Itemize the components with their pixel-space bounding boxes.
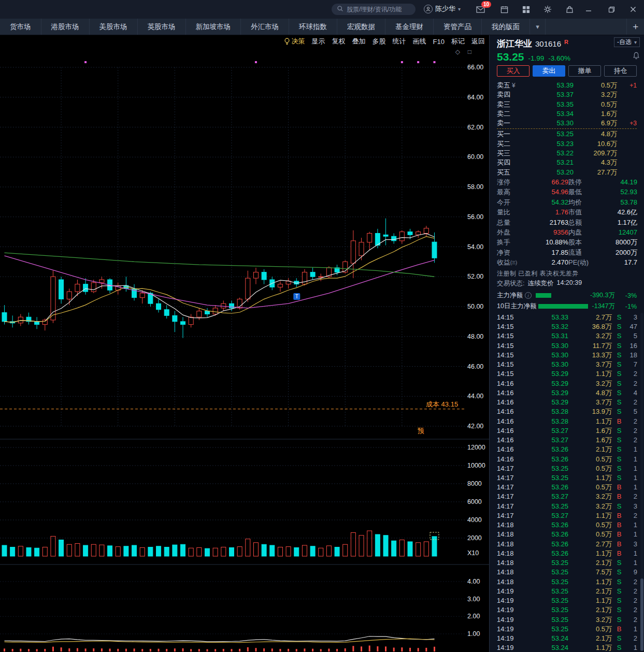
orderbook-buy-row[interactable]: 买三53.22209.7万 [497, 149, 637, 158]
svg-text:4000: 4000 [467, 516, 482, 524]
price-change: -1.99 [528, 54, 545, 62]
draw-diamond-icon[interactable]: ◇ [455, 48, 460, 55]
tool-叠加[interactable]: 叠加 [352, 37, 366, 46]
svg-text:10000: 10000 [467, 462, 485, 469]
tick-row: 14:1953.251.1万S2 [497, 596, 637, 605]
tick-row: 14:1953.250.5万B1 [497, 625, 637, 634]
tick-row: 14:1653.2813.9万S5 [497, 407, 637, 416]
svg-text:60.00: 60.00 [467, 153, 483, 161]
stock-name: 浙江华业 [497, 38, 532, 50]
tab-overflow-caret[interactable]: ▾ [530, 19, 546, 35]
tool-F10[interactable]: F10 [433, 38, 445, 46]
settings-gear-icon[interactable] [542, 4, 553, 15]
tool-复权[interactable]: 复权 [332, 37, 346, 46]
tab-美股市场[interactable]: 美股市场 [90, 19, 138, 35]
scrollbar[interactable] [640, 313, 643, 651]
order-book: 卖五¥53.390.5万+1卖四53.373.2万卖三53.350.5万卖二53… [497, 81, 637, 177]
buy-button[interactable]: 买入 [497, 65, 529, 77]
minimize-button[interactable] [581, 3, 596, 16]
calendar-icon[interactable] [498, 4, 510, 15]
tick-row: 14:1953.252.1万S2 [497, 587, 637, 596]
orderbook-buy-row[interactable]: 买四53.214.3万 [497, 158, 637, 167]
stat-row: 今开54.32均价53.78 [497, 197, 637, 207]
tick-row: 14:1953.252.1万S2 [497, 605, 637, 615]
tick-row: 14:1853.257.5万S9 [497, 568, 637, 577]
store-icon[interactable] [564, 4, 575, 15]
stat-row: 换手10.88%股本8000万 [497, 237, 637, 247]
tab-环球指数[interactable]: 环球指数 [289, 19, 337, 35]
stock-code: 301616 [535, 39, 561, 48]
tab-基金理财[interactable]: 基金理财 [385, 19, 434, 35]
tab-我的版面[interactable]: 我的版面 [482, 19, 530, 35]
orderbook-sell-row[interactable]: 卖二53.341.6万 [497, 109, 637, 119]
status-value: 连续竞价 [527, 279, 553, 288]
orderbook-sell-row[interactable]: 卖四53.373.2万 [497, 90, 637, 99]
kline-chart-canvas[interactable]: 66.0064.0062.0060.0058.0056.0054.0052.00… [0, 48, 489, 652]
tool-统计[interactable]: 统计 [393, 37, 406, 46]
orderbook-buy-row[interactable]: 买二53.2310.6万 [497, 139, 637, 149]
tab-英股市场[interactable]: 英股市场 [138, 19, 186, 35]
panel-toggle-icon[interactable]: □ [468, 48, 471, 55]
tick-row: 14:1653.293.2万S2 [497, 379, 637, 388]
position-button[interactable]: 持仓 [604, 65, 637, 77]
tool-决策[interactable]: 决策 [284, 37, 305, 46]
orderbook-sell-row[interactable]: 卖三53.350.5万 [497, 100, 637, 109]
tool-显示[interactable]: 显示 [312, 37, 325, 46]
tool-多股[interactable]: 多股 [373, 37, 386, 46]
scrollbar-thumb[interactable] [640, 578, 643, 651]
orderbook-sell-row[interactable]: 卖五¥53.390.5万+1 [497, 81, 637, 90]
search-placeholder: 股票/理财/资讯/功能 [347, 5, 402, 14]
tab-货市场[interactable]: 货市场 [0, 19, 41, 35]
restore-button[interactable] [604, 3, 619, 16]
user-menu[interactable]: 陈少华 ▾ [424, 4, 461, 13]
stat-row: 总量21763总额1.17亿 [497, 218, 637, 227]
kline-chart[interactable]: 66.0064.0062.0060.0058.0056.0054.0052.00… [0, 48, 489, 652]
tool-画线[interactable]: 画线 [413, 37, 426, 46]
svg-text:X10: X10 [467, 549, 479, 557]
stat-row: 最高54.96最低52.93 [497, 187, 637, 197]
price-row: 53.25 -1.99 -3.60% [497, 51, 640, 63]
apps-grid-icon[interactable] [520, 4, 532, 15]
stock-stats: 涨停66.29跌停44.19最高54.96最低52.93今开54.32均价53.… [497, 177, 637, 268]
tool-标记[interactable]: 标记 [451, 37, 465, 46]
orderbook-buy-row[interactable]: 买一53.254.8万 [497, 129, 637, 139]
tab-外汇市场[interactable]: 外汇市场 [241, 19, 289, 35]
add-tab-button[interactable]: ＋ [626, 19, 644, 35]
tab-新加坡市场[interactable]: 新加坡市场 [186, 19, 241, 35]
flow-bar [538, 304, 588, 309]
tool-返回[interactable]: 返回 [471, 37, 485, 46]
tick-row: 14:1653.260.5万S1 [497, 455, 637, 464]
stat-row: 收益㈢2.470PE(动)17.7 [497, 257, 637, 267]
svg-text:52.00: 52.00 [467, 273, 483, 280]
svg-text:64.00: 64.00 [467, 94, 483, 101]
close-button[interactable] [626, 3, 640, 16]
bulb-icon [284, 38, 290, 45]
tick-row: 14:1553.3236.8万S47 [497, 322, 637, 331]
tick-row: 14:1553.303.7万S7 [497, 360, 637, 369]
tab-宏观数据[interactable]: 宏观数据 [337, 19, 385, 35]
tick-row: 14:1753.251.1万S1 [497, 473, 637, 483]
orderbook-buy-row[interactable]: 买五53.2027.7万 [497, 168, 637, 177]
price-change-pct: -3.60% [548, 54, 570, 62]
watchlist-button[interactable]: -自选 ▾ [614, 37, 640, 47]
tab-资管产品[interactable]: 资管产品 [434, 19, 482, 35]
tab-港股市场[interactable]: 港股市场 [41, 19, 90, 35]
tick-row: 14:1653.281.1万B2 [497, 417, 637, 426]
tick-row: 14:1753.260.5万B1 [497, 483, 637, 492]
money-flow-row: 主力净额i-390.3万-3% [497, 290, 637, 301]
svg-text:54.00: 54.00 [467, 243, 483, 251]
sell-button[interactable]: 卖出 [533, 65, 565, 77]
flow-bar [536, 293, 551, 298]
tick-row: 14:1653.293.7万S2 [497, 398, 637, 407]
cancel-order-button[interactable]: 撤单 [568, 65, 601, 77]
tick-row: 14:1553.313.2万S5 [497, 331, 637, 341]
market-tabs: 货市场港股市场美股市场英股市场新加坡市场外汇市场环球指数宏观数据基金理财资管产品… [0, 19, 530, 35]
svg-text:58.00: 58.00 [467, 183, 483, 191]
alert-bell-icon[interactable] [633, 52, 640, 61]
tick-row: 14:1553.291.1万S2 [497, 369, 637, 379]
user-name: 陈少华 [435, 4, 455, 13]
search-box[interactable]: 股票/理财/资讯/功能 [332, 4, 416, 15]
tick-row: 14:1853.261.1万B1 [497, 549, 637, 558]
orderbook-sell-row[interactable]: 卖一53.306.9万+3 [497, 119, 637, 128]
currency-toggle: ¥ [512, 82, 516, 89]
